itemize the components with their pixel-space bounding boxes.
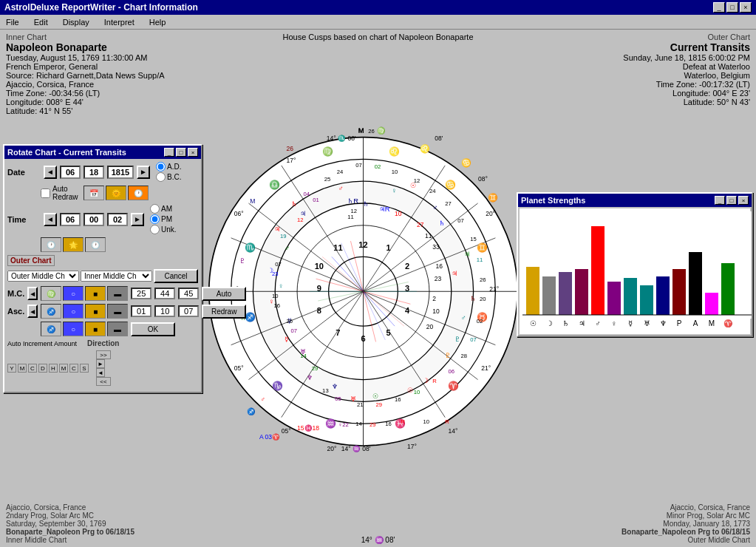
auto-btn[interactable]: Auto — [202, 287, 246, 301]
svg-text:♀: ♀ — [392, 187, 397, 194]
svg-text:06°: 06° — [234, 210, 244, 217]
svg-text:02: 02 — [375, 163, 381, 170]
date-day-input[interactable] — [84, 166, 104, 179]
rotate-minimize-btn[interactable]: _ — [164, 148, 174, 157]
planet-close-btn[interactable]: × — [738, 196, 749, 205]
svg-text:11: 11 — [425, 232, 432, 239]
date-next-btn[interactable]: ► — [137, 166, 150, 179]
svg-text:26: 26 — [287, 318, 293, 325]
y-btn[interactable]: Y — [7, 364, 16, 373]
time-second-input[interactable] — [107, 213, 128, 226]
svg-text:20: 20 — [480, 296, 486, 302]
menu-display[interactable]: Display — [60, 17, 92, 27]
mc-sec-input[interactable] — [178, 288, 199, 299]
svg-text:29: 29 — [312, 365, 319, 372]
time-hour-input[interactable] — [60, 213, 81, 226]
backward-btn[interactable]: ◄ — [96, 368, 105, 377]
planet-minimize-btn[interactable]: _ — [715, 196, 725, 205]
date-month-input[interactable] — [60, 166, 81, 179]
asc-sec-input[interactable] — [178, 305, 199, 317]
inner-middle-select[interactable]: Inner Middle Ch — [81, 271, 152, 282]
pm-radio-label[interactable]: PM — [150, 214, 177, 224]
rotate-window-title: Rotate Chart - Current Transits _ □ × — [4, 146, 201, 159]
am-radio-label[interactable]: AM — [150, 204, 177, 214]
footer-right-line1: Ajaccio, Corsica, France — [622, 503, 750, 512]
calendar-icon: 📅 — [84, 186, 104, 200]
ad-radio-label[interactable]: A.D. — [156, 162, 181, 171]
ad-radio[interactable] — [156, 162, 166, 171]
svg-text:02: 02 — [477, 318, 483, 325]
inner-chart-name: Napoleon Bonaparte — [6, 41, 194, 53]
svg-text:26: 26 — [287, 145, 294, 152]
minimize-button[interactable]: _ — [713, 2, 725, 13]
svg-text:04: 04 — [304, 191, 310, 197]
bc-radio[interactable] — [156, 172, 166, 182]
svg-text:26: 26 — [480, 276, 486, 283]
mc-deg-input[interactable] — [131, 288, 151, 299]
pm-radio[interactable] — [150, 214, 160, 224]
forward-btn[interactable]: ► — [96, 359, 105, 368]
mc-prev-btn[interactable]: ◄ — [27, 287, 38, 300]
am-radio[interactable] — [150, 204, 160, 214]
h-btn[interactable]: H — [49, 364, 58, 373]
svg-text:14° ♏ 08': 14° ♏ 08' — [327, 135, 356, 143]
ok-btn[interactable]: OK — [131, 322, 175, 336]
unk-radio[interactable] — [150, 225, 160, 234]
svg-text:♇: ♇ — [239, 257, 245, 265]
mc-min-input[interactable] — [154, 288, 175, 299]
svg-text:10: 10 — [392, 169, 398, 175]
bc-radio-label[interactable]: B.C. — [156, 172, 181, 182]
asc-prev-btn[interactable]: ◄ — [27, 305, 38, 318]
close-button[interactable]: × — [740, 2, 752, 13]
auto-redraw-label[interactable]: Auto Redraw — [41, 185, 78, 201]
footer-right-line3: Monday, January 18, 1773 — [622, 520, 750, 528]
date-row: Date ◄ ► A.D. B.C. — [7, 162, 198, 182]
time-prev-btn[interactable]: ◄ — [44, 213, 57, 226]
time-next-btn[interactable]: ► — [131, 213, 144, 226]
menu-interpret[interactable]: Interpret — [101, 17, 137, 27]
svg-text:08°: 08° — [478, 175, 488, 183]
svg-text:♐: ♐ — [247, 407, 256, 416]
svg-text:10: 10 — [395, 210, 402, 217]
outer-middle-select[interactable]: Outer Middle Ch — [7, 271, 79, 282]
c2-btn[interactable]: C — [69, 364, 78, 373]
svg-text:♈: ♈ — [723, 319, 733, 328]
s-btn[interactable]: S — [80, 364, 89, 373]
svg-text:12: 12 — [350, 208, 357, 214]
c-btn[interactable]: C — [28, 364, 37, 373]
maximize-button[interactable]: □ — [726, 2, 738, 13]
planet-window-buttons: _ □ × — [715, 196, 749, 205]
m-btn[interactable]: M — [18, 364, 27, 373]
asc-deg-input[interactable] — [131, 305, 151, 317]
asc-icon1: ♐ — [41, 304, 61, 319]
rotate-chart-window: Rotate Chart - Current Transits _ □ × Da… — [3, 144, 202, 393]
rotate-close-btn[interactable]: × — [188, 148, 198, 157]
time-icon2: 🌟 — [63, 237, 84, 252]
auto-redraw-checkbox[interactable] — [41, 188, 50, 198]
d-btn[interactable]: D — [38, 364, 47, 373]
asc-icon-c: ■ — [85, 322, 106, 336]
cancel-btn[interactable]: Cancel — [154, 269, 198, 283]
m2-btn[interactable]: M — [59, 364, 68, 373]
planet-maximize-btn[interactable]: □ — [726, 196, 737, 205]
svg-text:14: 14 — [355, 421, 362, 427]
menu-edit[interactable]: Edit — [31, 17, 51, 27]
outer-chart-name: Current Transits — [533, 41, 750, 53]
direction-label: Direction — [87, 339, 119, 347]
redraw-btn[interactable]: Redraw — [202, 305, 246, 319]
asc-icon3: ■ — [85, 304, 106, 319]
backward-fast-btn[interactable]: << — [96, 377, 111, 386]
svg-text:A: A — [693, 319, 698, 327]
forward-fast-btn[interactable]: >> — [96, 350, 111, 359]
right-info-panel: Outer Chart Current Transits Sunday, Jun… — [527, 30, 756, 109]
rotate-maximize-btn[interactable]: □ — [176, 148, 186, 157]
unk-radio-label[interactable]: Unk. — [150, 225, 177, 234]
asc-min-input[interactable] — [154, 305, 175, 317]
menu-help[interactable]: Help — [146, 17, 169, 27]
date-prev-btn[interactable]: ◄ — [44, 166, 57, 179]
menu-file[interactable]: File — [3, 17, 22, 27]
svg-text:14°: 14° — [449, 427, 458, 435]
time-minute-input[interactable] — [84, 213, 104, 226]
date-year-input[interactable] — [107, 166, 134, 179]
asc-label: Asc. — [7, 307, 24, 316]
